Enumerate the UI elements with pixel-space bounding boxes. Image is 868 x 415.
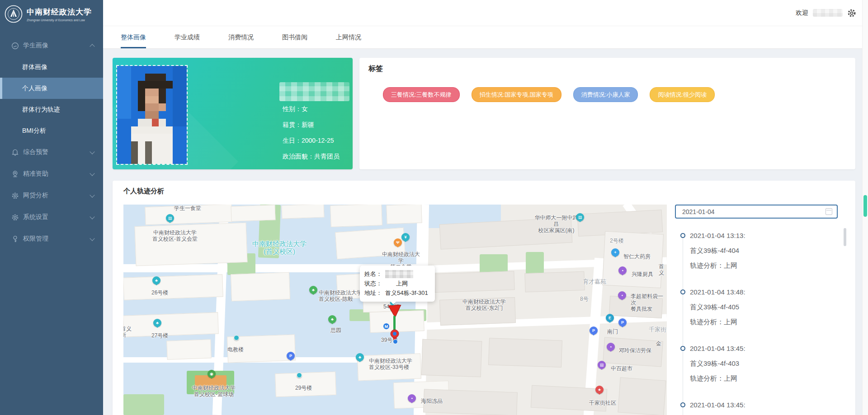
profile-political-status: 政治面貌：共青团员	[283, 149, 340, 164]
map-label: 电教楼	[227, 346, 244, 353]
tree-icon: ♣	[356, 353, 364, 361]
map-building	[123, 312, 219, 337]
star-icon: ★	[595, 386, 604, 394]
map-label: 29号楼	[295, 385, 312, 391]
map-label: 26号楼	[151, 289, 168, 296]
pharmacy-icon: +	[611, 248, 619, 256]
map-label: 海阳冻品	[421, 398, 443, 404]
sidebar-item-funding[interactable]: 精准资助	[0, 163, 103, 185]
tab-label: 学业成绩	[175, 33, 200, 42]
tab-label: 图书借阅	[282, 33, 307, 42]
map-building	[282, 205, 325, 219]
map-building	[434, 271, 514, 293]
tab-book-borrowing[interactable]: 图书借阅	[282, 26, 307, 48]
timeline-time: 2021-01-04 13:45:	[690, 345, 745, 352]
calendar-icon[interactable]	[826, 208, 832, 215]
atm-icon: ¥	[401, 233, 410, 241]
map-building	[524, 271, 585, 293]
map-label: 中南财经政法大学 首义校区-东2门	[459, 298, 509, 311]
map-label: 华中师大一附中武昌 校区家属区(南)	[533, 214, 580, 233]
tag-meals: 三餐情况:三餐数不规律	[383, 87, 460, 102]
map-label: 27号楼	[151, 332, 168, 339]
profile-card: 性别：女 籍贯：新疆 生日：2000-12-25 政治面貌：共青团员	[113, 58, 353, 169]
metro-icon: M	[383, 323, 390, 330]
popup-status-value: 上网	[385, 279, 408, 288]
parking-icon: P	[287, 352, 295, 360]
sidebar: 中南财经政法大学 Zhongnan University of Economic…	[0, 0, 103, 415]
shop-icon: ▪	[607, 343, 615, 351]
map-label: 李超塑料袋一次 餐具批发	[631, 293, 667, 312]
sidebar-item-warning[interactable]: 综合预警	[0, 141, 103, 163]
popup-address-label: 地址：	[364, 288, 385, 298]
location-pin-icon	[11, 170, 19, 178]
chevron-down-icon	[90, 236, 94, 241]
residence-building-icon: ▤	[576, 213, 584, 221]
tree-icon: ♣	[152, 276, 160, 284]
map-building	[488, 338, 562, 368]
top-header: 欢迎	[103, 0, 868, 26]
map-building	[618, 378, 666, 415]
tab-overall-portrait[interactable]: 整体画像	[121, 26, 146, 48]
map-label: 智仁大药房	[623, 253, 651, 260]
map-label: 兴隆厨具	[632, 271, 653, 277]
tree-icon: ♣	[328, 315, 336, 323]
tags-title: 标签	[368, 64, 383, 74]
tag-consumption: 消费情况:小康人家	[573, 87, 638, 102]
sidebar-item-group-behavior-track[interactable]: 群体行为轨迹	[0, 99, 103, 120]
sidebar-item-student-portrait[interactable]: 学生画像	[0, 35, 103, 56]
popup-name-label: 姓名：	[364, 269, 385, 279]
chevron-down-icon	[90, 214, 94, 219]
tree-icon: ♣	[309, 286, 317, 294]
tab-internet-usage[interactable]: 上网情况	[336, 26, 361, 48]
map-label: 中南财经政法大学 首义校区-篮球场	[192, 385, 236, 397]
dot-icon	[297, 373, 302, 378]
date-picker-input[interactable]: 2021-01-04	[675, 205, 838, 219]
date-value: 2021-01-04	[682, 208, 826, 215]
map-label: 中百超市	[611, 365, 632, 372]
map-building	[421, 339, 482, 378]
sidebar-item-group-portrait[interactable]: 群体画像	[0, 56, 103, 78]
page-scrollbar-thumb[interactable]	[863, 195, 867, 217]
popup-address-value: 首义54栋-3f-301	[385, 288, 428, 298]
sidebar-item-label: 系统设置	[23, 213, 48, 221]
sidebar-item-system-settings[interactable]: 系统设置	[0, 206, 103, 228]
timeline-analysis: 轨迹分析：上网	[690, 374, 737, 383]
map-label: 邓玲保洁劳保	[619, 347, 651, 354]
page-scrollbar-track[interactable]	[862, 0, 868, 415]
tab-label: 上网情况	[336, 33, 361, 42]
bell-icon	[11, 148, 19, 156]
student-photo	[116, 65, 188, 165]
timeline-analysis: 轨迹分析：上网	[690, 261, 737, 270]
profile-hometown: 籍贯：新疆	[283, 117, 340, 133]
tab-consumption[interactable]: 消费情况	[228, 26, 254, 48]
map-building	[386, 205, 422, 224]
sidebar-item-personal-portrait[interactable]: 个人画像	[0, 78, 103, 99]
trajectory-card: 个人轨迹分析	[113, 181, 855, 415]
sidebar-item-label: 权限管理	[23, 235, 48, 243]
map-building	[275, 372, 336, 397]
settings-gear-icon[interactable]	[847, 9, 856, 18]
timeline-analysis: 轨迹分析：上网	[690, 318, 737, 326]
map-label-area: 育才嘉苑	[583, 279, 606, 285]
timeline-scrollbar[interactable]	[844, 228, 846, 246]
gear-icon	[11, 213, 19, 221]
map-label: 南门	[607, 328, 618, 335]
page: 中南财经政法大学 Zhongnan University of Economic…	[0, 0, 868, 415]
tab-academic-scores[interactable]: 学业成绩	[175, 26, 200, 48]
chevron-down-icon	[90, 192, 94, 197]
sidebar-item-label: 精准资助	[23, 170, 48, 178]
redacted-popup-name	[385, 270, 413, 278]
sports-icon: ◉	[208, 370, 216, 378]
logo-title: 中南财经政法大学	[27, 7, 92, 17]
key-icon	[11, 235, 19, 243]
sidebar-item-label: BMI分析	[22, 127, 46, 135]
sidebar-item-loan-analysis[interactable]: 网贷分析	[0, 185, 103, 206]
map-label: 中南财经政法大学 首义校区-陈毅	[319, 289, 362, 302]
sidebar-item-bmi-analysis[interactable]: BMI分析	[0, 120, 103, 141]
map-building	[231, 272, 290, 302]
timeline-bullet-icon	[680, 289, 685, 294]
timeline-location: 首义39栋-4f-405	[690, 303, 739, 312]
sidebar-item-label: 群体行为轨迹	[22, 106, 60, 114]
campus-map[interactable]: 学生一食堂 中南财经政法大学 首义校区-首义会堂 中南财经政法大学 (首义校区)…	[123, 205, 667, 415]
sidebar-item-permission[interactable]: 权限管理	[0, 228, 103, 250]
